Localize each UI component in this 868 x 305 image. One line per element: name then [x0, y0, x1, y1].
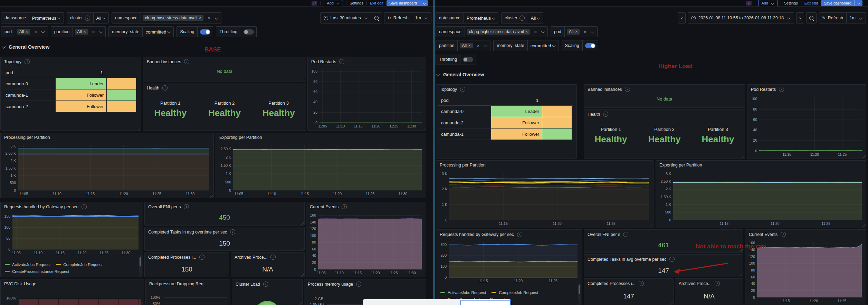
legend-item[interactable]: ActivateJobs Request: [5, 263, 50, 267]
swap-icon[interactable]: ⇄: [312, 1, 317, 6]
panel-title[interactable]: Completed Processes i...: [148, 255, 226, 260]
datasource-select[interactable]: Prometheus: [464, 16, 498, 21]
filter-scaling[interactable]: Scaling: [562, 40, 598, 51]
time-range-picker[interactable]: 2026-01-08 11:10:55 to 2026-01-08 11:29:…: [688, 12, 794, 23]
save-dropdown[interactable]: [854, 0, 862, 6]
memory-state-select[interactable]: committed: [143, 29, 173, 35]
panel-title[interactable]: Processing per Partition: [440, 163, 650, 168]
info-icon[interactable]: [82, 204, 87, 209]
info-icon[interactable]: [460, 87, 465, 92]
panel-title[interactable]: Current Events: [310, 204, 423, 209]
filter-partition[interactable]: partition All× ×: [51, 26, 106, 37]
filter-cluster[interactable]: cluster All: [67, 12, 109, 23]
info-icon[interactable]: [263, 282, 268, 287]
scaling-toggle[interactable]: [200, 29, 210, 35]
throttling-toggle[interactable]: [244, 29, 254, 35]
cluster-load-gauge[interactable]: [255, 301, 280, 305]
filter-scaling[interactable]: Scaling: [177, 26, 213, 37]
close-icon[interactable]: ×: [575, 29, 578, 34]
filter-namespace[interactable]: namespace ck-pg-higher-stress-data-avail…: [436, 26, 548, 37]
filter-pod[interactable]: pod All× ×: [1, 26, 48, 37]
legend-scrollbar[interactable]: [578, 283, 581, 302]
panel-title[interactable]: Cluster Load: [236, 282, 299, 287]
refresh-control[interactable]: ↻ Refresh 1m: [819, 12, 866, 23]
panel-title[interactable]: Archived Proce...: [679, 281, 740, 286]
namespace-select[interactable]: [537, 30, 547, 34]
pod-restarts-chart[interactable]: 10080604020011:0511:1011:1511:2011:2511:…: [309, 66, 425, 129]
pod-restarts-chart[interactable]: 10080604020011:1511:2011:25: [749, 94, 865, 157]
panel-title[interactable]: Pod Restarts: [311, 59, 423, 64]
partition-select[interactable]: [480, 44, 490, 47]
filter-throttling[interactable]: Throttling: [216, 26, 256, 37]
table-row[interactable]: camunda-2 Follower: [438, 117, 573, 128]
close-icon[interactable]: ×: [468, 43, 471, 48]
info-icon[interactable]: [625, 87, 630, 92]
panel-title[interactable]: Processing per Partition: [4, 135, 211, 140]
table-row[interactable]: camunda-0 Leader: [438, 106, 573, 117]
save-dashboard-button[interactable]: Save dashboard: [821, 0, 862, 6]
save-dropdown[interactable]: [420, 0, 428, 6]
zoom-out-icon[interactable]: [374, 16, 379, 20]
clear-icon[interactable]: ×: [92, 29, 95, 35]
info-icon[interactable]: [356, 282, 361, 287]
dashboard-divider[interactable]: [433, 0, 435, 305]
pod-tag[interactable]: All×: [567, 29, 580, 35]
namespace-tag[interactable]: ck-pg-base-stress-data-avail×: [143, 15, 203, 21]
panel-title[interactable]: Health: [588, 112, 742, 117]
settings-button[interactable]: Settings: [784, 1, 798, 5]
panel-title[interactable]: Requests handled by Gateway per sec: [4, 204, 140, 209]
exporting-chart[interactable]: 3 K2.50 K2 K1.50 K1 K500011:1511:2011:25: [657, 170, 865, 226]
panel-title[interactable]: Topology: [4, 59, 138, 64]
throttling-toggle[interactable]: [463, 57, 473, 62]
panel-title[interactable]: Completed Processes i...: [588, 281, 670, 286]
panel-title[interactable]: Overall FNI per s: [588, 232, 740, 237]
zoom-out-button[interactable]: [806, 12, 817, 23]
datasource-select[interactable]: Prometheus: [29, 16, 64, 21]
panel-title[interactable]: Banned instances: [588, 87, 742, 92]
time-forward-button[interactable]: ›: [796, 12, 804, 23]
cluster-select[interactable]: All: [94, 16, 108, 21]
section-general-overview[interactable]: General Overview: [437, 72, 484, 77]
close-icon[interactable]: ×: [525, 29, 528, 34]
info-icon[interactable]: [669, 257, 675, 262]
info-icon[interactable]: [781, 232, 786, 237]
tooltip-button[interactable]: [460, 300, 511, 305]
memory-state-select[interactable]: committed: [528, 43, 559, 48]
close-icon[interactable]: ×: [199, 16, 201, 20]
info-icon[interactable]: [162, 85, 168, 90]
save-dashboard-button[interactable]: Save dashboard: [387, 0, 428, 6]
info-icon[interactable]: [199, 255, 204, 260]
filter-datasource[interactable]: datasource Prometheus: [436, 12, 498, 23]
panel-title[interactable]: Requests handled by Gateway per sec: [440, 232, 579, 237]
exporting-chart[interactable]: 2.50 K2 K1.50 K1 K500011:0511:1011:1511:…: [217, 142, 425, 197]
section-general-overview[interactable]: General Overview: [2, 44, 49, 50]
current-events-chart[interactable]: 16014012010080604020011:0511:1011:1511:2…: [308, 211, 425, 276]
panel-title[interactable]: Completed Tasks in avg overtime per sec: [588, 257, 740, 262]
clear-icon[interactable]: ×: [584, 29, 586, 35]
processing-chart[interactable]: 3 K2 K1 K011:1511:2011:25: [438, 170, 652, 226]
filter-memory-state[interactable]: memory_state committed: [108, 26, 174, 37]
info-icon[interactable]: [715, 281, 720, 286]
legend-scrollbar[interactable]: [139, 255, 142, 274]
gateway-chart[interactable]: 300200100011:1511:2011:25: [438, 239, 580, 284]
current-events-chart[interactable]: 16014012010080604020011:1511:2011:25: [747, 239, 865, 304]
clear-icon[interactable]: ×: [534, 29, 537, 35]
filter-cluster[interactable]: cluster All: [501, 12, 543, 23]
processing-chart[interactable]: 3 K2.50 K2 K1.50 K1 K500011:0511:1011:15…: [2, 142, 212, 197]
panel-title[interactable]: Process memory usage: [308, 282, 423, 287]
info-icon[interactable]: [779, 87, 784, 92]
info-icon[interactable]: [639, 281, 644, 286]
info-icon[interactable]: [623, 232, 628, 237]
time-range-picker[interactable]: Last 30 minutes: [320, 12, 382, 23]
gateway-chart[interactable]: 15010050011:0511:1011:1511:2011:2511:30: [2, 211, 141, 256]
pvc-usage-area[interactable]: [19, 299, 141, 305]
legend-item[interactable]: ActivateJobs Request: [440, 290, 486, 295]
legend-item[interactable]: CreateProcessInstance Request: [5, 269, 69, 274]
partition-tag[interactable]: All×: [75, 29, 88, 35]
panel-title[interactable]: Completed Tasks in avg overtime per sec: [148, 229, 302, 235]
filter-partition[interactable]: partition All× ×: [436, 40, 490, 51]
refresh-control[interactable]: ↻ Refresh 1m: [384, 12, 431, 23]
cluster-select[interactable]: All: [528, 16, 543, 21]
info-icon[interactable]: [517, 232, 522, 237]
partition-tag[interactable]: All×: [460, 43, 473, 48]
